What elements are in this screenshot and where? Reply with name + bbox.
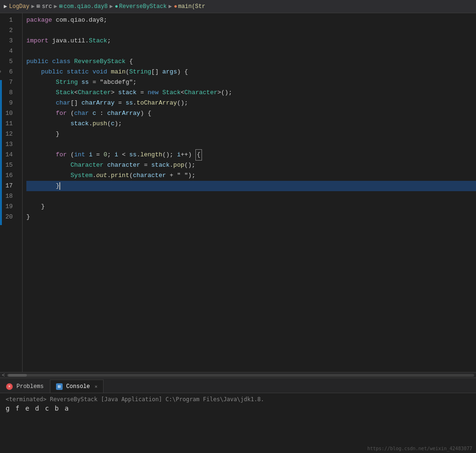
code-line-2: [26, 25, 476, 36]
line-num-1: 1: [4, 15, 16, 25]
tab-close-button[interactable]: ✕: [95, 384, 97, 389]
line-num-18: 18: [4, 191, 16, 202]
panel-tabs: ✕ Problems ▤ Console ✕: [0, 378, 476, 393]
code-line-15: Character character = stack.pop();: [26, 160, 476, 170]
line-num-11: 11: [4, 119, 16, 129]
console-output-text: g f e d c b a: [6, 404, 470, 412]
console-icon: ▤: [56, 383, 63, 390]
bc-icon-method: ●: [174, 3, 177, 10]
text-cursor: [59, 182, 60, 190]
code-editor: 1 2 3 4 5 ⊖ 6 7 8 9 10 11 12 13 14 15 16…: [0, 13, 476, 378]
code-line-8: Stack<Character> stack = new Stack<Chara…: [26, 88, 476, 98]
tab-problems-label: Problems: [16, 383, 44, 390]
watermark: https://blog.csdn.net/weixin_42483077: [367, 446, 472, 451]
code-line-20: }: [26, 212, 476, 222]
breadcrumb: ▶ LogDay ▶ ⊞ src ▶ ⊞ com.qiao.day8 ▶ ● R…: [0, 0, 476, 13]
line-num-3: 3: [4, 36, 16, 46]
code-line-14: for (int i = 0; i < ss.length(); i++) {: [26, 150, 476, 160]
code-content[interactable]: package com.qiao.day8; import java.util.…: [23, 13, 476, 372]
scrollbar-thumb[interactable]: [8, 374, 27, 377]
line-num-10: 10: [4, 108, 16, 119]
bc-icon-class: ●: [115, 3, 118, 10]
fold-indicator: [0, 80, 2, 225]
code-line-7: String ss = "abcdefg";: [26, 77, 476, 88]
line-num-20: 20: [4, 212, 16, 222]
bc-package[interactable]: com.qiao.day8: [64, 3, 108, 10]
code-line-4: [26, 46, 476, 57]
bc-icon-src: ⊞: [37, 3, 40, 10]
tab-problems[interactable]: ✕ Problems: [0, 380, 50, 393]
line-num-15: 15: [4, 160, 16, 170]
code-line-3: import java.util.Stack;: [26, 36, 476, 46]
console-terminated-text: <terminated> ReverseByStack [Java Applic…: [6, 396, 470, 403]
bc-logday[interactable]: LogDay: [9, 3, 29, 10]
bc-src[interactable]: src: [42, 3, 52, 10]
code-line-17: }: [26, 181, 476, 191]
code-line-5: public class ReverseByStack {: [26, 57, 476, 67]
code-line-13: [26, 139, 476, 150]
code-line-9: char[] charArray = ss.toCharArray();: [26, 98, 476, 108]
scrollbar-track[interactable]: [7, 374, 474, 377]
console-output-area: <terminated> ReverseByStack [Java Applic…: [0, 393, 476, 453]
code-line-11: stack.push(c);: [26, 119, 476, 129]
bc-icon-pkg: ⊞: [59, 3, 63, 10]
bc-icon-folder: ▶: [4, 3, 7, 10]
tab-console[interactable]: ▤ Console ✕: [50, 380, 104, 393]
line-num-8: 8: [4, 88, 16, 98]
code-line-6: public static void main(String[] args) {: [26, 67, 476, 77]
horizontal-scrollbar[interactable]: <: [0, 372, 476, 378]
line-num-14: 14: [4, 150, 16, 160]
bc-class[interactable]: ReverseByStack: [119, 3, 167, 10]
line-num-12: 12: [4, 129, 16, 139]
line-numbers: 1 2 3 4 5 ⊖ 6 7 8 9 10 11 12 13 14 15 16…: [0, 13, 23, 372]
line-num-5: 5: [4, 57, 16, 67]
code-line-12: }: [26, 129, 476, 139]
scroll-left-arrow[interactable]: <: [2, 372, 5, 378]
line-num-9: 9: [4, 98, 16, 108]
line-num-6: ⊖ 6: [4, 67, 16, 77]
code-line-10: for (char c : charArray) {: [26, 108, 476, 119]
code-line-18: [26, 191, 476, 202]
code-line-19: }: [26, 202, 476, 212]
line-num-13: 13: [4, 139, 16, 150]
line-num-4: 4: [4, 46, 16, 57]
tab-console-label: Console: [66, 383, 90, 390]
code-line-16: System.out.print(character + " ");: [26, 170, 476, 181]
line-num-7: 7: [4, 77, 16, 88]
fold-button-6[interactable]: ⊖: [0, 67, 1, 77]
line-num-19: 19: [4, 202, 16, 212]
bottom-panel: ✕ Problems ▤ Console ✕ <terminated> Reve…: [0, 378, 476, 453]
line-num-17: 17: [4, 181, 16, 191]
line-num-16: 16: [4, 170, 16, 181]
line-num-2: 2: [4, 25, 16, 36]
problems-icon: ✕: [6, 383, 13, 390]
bc-method[interactable]: main(Str: [178, 3, 205, 10]
code-line-1: package com.qiao.day8;: [26, 15, 476, 25]
